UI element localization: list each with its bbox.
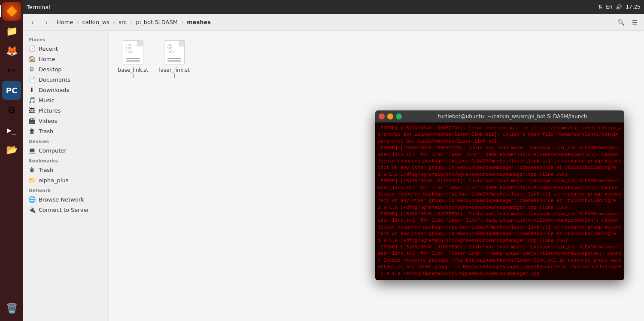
videos-icon: 🎬 [28, 117, 35, 124]
sidebar-item-pictures[interactable]: 🖼 Pictures [23, 105, 109, 116]
file-doc-base-link: 1011011010 [123, 40, 143, 64]
sidebar-devices-label: Devices [23, 136, 109, 145]
dock-trash[interactable]: 🗑️ [2, 299, 21, 318]
sidebar-network-label: Network [23, 185, 109, 194]
sidebar-bookmarks-label: Bookmarks [23, 156, 109, 165]
sidebar-label-alpha-plus: alpha_plus [39, 177, 68, 183]
file-item-laser-link[interactable]: 1011011010 laser_link.stl [157, 38, 191, 81]
terminal-icon: ▶_ [7, 125, 16, 135]
sidebar-item-trash-bm[interactable]: 🗑 Trash [23, 165, 109, 175]
dock-item-firefox[interactable]: 🦊 [2, 41, 21, 60]
lang-indicator: En [606, 4, 612, 10]
dock-item-files[interactable]: 📁 [2, 21, 21, 40]
sidebar-item-desktop[interactable]: 🖥 Desktop [23, 64, 109, 74]
file-line-2 [126, 60, 140, 61]
sidebar-item-alpha-plus[interactable]: 📁 alpha_plus [23, 175, 109, 185]
sidebar-label-documents: Documents [39, 76, 70, 83]
alpha-plus-icon: 📁 [28, 177, 35, 183]
sidebar-item-recent[interactable]: 🕐 Recent [23, 43, 109, 54]
settings-icon: ⚙️ [7, 105, 16, 116]
terminal-error-1: [ERROR] [1510910640.130053291]: Error re… [378, 125, 622, 145]
dock-item-nautilus[interactable]: 📂 [2, 140, 21, 159]
breadcrumb-sep-2: › [113, 19, 115, 25]
trash-dock-icon: 🗑️ [6, 303, 18, 314]
sidebar-label-computer: Computer [39, 147, 67, 154]
file-label-base-link: base_link.stl [118, 67, 149, 79]
pictures-icon: 🖼 [28, 107, 35, 114]
sidebar-item-connect-server[interactable]: 🔌 Connect to Server [23, 205, 109, 215]
breadcrumb-catkin[interactable]: catkin_ws [80, 18, 112, 26]
file-doc-lines-laser: 1011011010 [167, 43, 178, 54]
network-icon: ⇅ [598, 4, 602, 10]
breadcrumb-pibot[interactable]: pi_bot.SLDASM [133, 18, 180, 26]
terminal-close-button[interactable] [379, 113, 385, 119]
sidebar-label-trash: Trash [39, 128, 53, 135]
sidebar-item-downloads[interactable]: ⬇ Downloads [23, 85, 109, 95]
clock: 17:25 [626, 4, 641, 10]
menu-button[interactable]: ☰ [629, 16, 641, 28]
terminal-titlebar: turtlebot@ubuntu: ~/catkin_ws/src/pi_bot… [375, 110, 624, 122]
sidebar-item-browse-network[interactable]: 🌐 Browse Network [23, 194, 109, 205]
sidebar-item-home[interactable]: 🏠 Home [23, 54, 109, 64]
recent-icon: 🕐 [28, 45, 35, 52]
sidebar-label-browse-network: Browse Network [39, 196, 84, 203]
volume-icon: 🔊 [616, 4, 622, 10]
application-dock: 🔶 📁 🦊 ✏️ PC ⚙️ ▶_ 📂 🗑️ [0, 0, 23, 321]
breadcrumb-home[interactable]: Home [54, 18, 76, 26]
breadcrumb-src[interactable]: src [116, 18, 129, 26]
breadcrumb-sep-1: › [76, 19, 79, 25]
sidebar-item-trash[interactable]: 🗑 Trash [23, 126, 109, 136]
trash-icon: 🗑 [28, 128, 35, 135]
ubuntu-icon: 🔶 [6, 6, 18, 17]
file-doc-lines: 1011011010 [126, 43, 137, 54]
sidebar-places-label: Places [23, 34, 109, 43]
sidebar-item-music[interactable]: 🎵 Music [23, 95, 109, 105]
file-line-l2 [167, 60, 181, 61]
terminal-error-4: [ERROR] [1510910640.131575502]: Could no… [378, 211, 622, 244]
sidebar-item-videos[interactable]: 🎬 Videos [23, 116, 109, 126]
dock-item-pycharm[interactable]: PC [2, 81, 21, 100]
terminal-window: turtlebot@ubuntu: ~/catkin_ws/src/pi_bot… [375, 110, 624, 280]
terminal-body[interactable]: [ERROR] [1510910640.130053291]: Error re… [375, 122, 624, 280]
dock-item-ubuntu[interactable]: 🔶 [2, 2, 21, 21]
file-line-l3 [167, 61, 181, 62]
sidebar-label-music: Music [39, 97, 55, 104]
topbar-icons: ⇅ En 🔊 17:25 [598, 4, 641, 10]
fm-body: Places 🕐 Recent 🏠 Home 🖥 Desktop 📄 Docum… [23, 31, 644, 321]
file-icon-lines-base [126, 58, 140, 62]
downloads-icon: ⬇ [28, 86, 35, 93]
music-icon: 🎵 [28, 97, 35, 104]
sidebar-label-downloads: Downloads [39, 87, 69, 93]
file-icon-lines-laser [167, 58, 181, 62]
desktop-icon: 🖥 [28, 66, 35, 73]
file-area: 1011011010 base_link.stl [109, 31, 644, 321]
search-button[interactable]: 🔍 [615, 16, 627, 28]
browse-network-icon: 🌐 [28, 196, 35, 203]
file-label-laser-link: laser_link.stl [159, 67, 190, 79]
forward-button[interactable]: › [40, 16, 52, 28]
firefox-icon: 🦊 [6, 46, 18, 56]
sidebar-label-desktop: Desktop [39, 66, 62, 73]
fm-header: ‹ › Home › catkin_ws › src › pi_bot.SLDA… [23, 14, 644, 31]
topbar-title: Terminal [27, 4, 50, 10]
dock-item-editor[interactable]: ✏️ [2, 61, 21, 80]
fm-header-right: 🔍 ☰ [615, 16, 641, 28]
terminal-maximize-button[interactable] [396, 113, 402, 119]
sidebar-item-computer[interactable]: 💻 Computer [23, 145, 109, 156]
file-item-base-link[interactable]: 1011011010 base_link.stl [116, 38, 150, 81]
sidebar-label-videos: Videos [39, 118, 57, 124]
home-icon: 🏠 [28, 55, 35, 62]
file-line-1 [126, 58, 140, 59]
terminal-minimize-button[interactable] [387, 113, 393, 119]
dock-item-settings[interactable]: ⚙️ [2, 101, 21, 119]
sidebar-label-recent: Recent [39, 46, 58, 52]
sidebar-label-connect-server: Connect to Server [39, 207, 89, 213]
dock-item-terminal[interactable]: ▶_ [2, 120, 21, 139]
documents-icon: 📄 [28, 76, 35, 83]
back-button[interactable]: ‹ [27, 16, 39, 28]
breadcrumb-sep-4: › [181, 19, 183, 25]
sidebar-item-documents[interactable]: 📄 Documents [23, 74, 109, 85]
file-line-l1 [167, 58, 181, 59]
breadcrumb-current: meshes [184, 18, 213, 26]
computer-icon: 💻 [28, 147, 35, 154]
